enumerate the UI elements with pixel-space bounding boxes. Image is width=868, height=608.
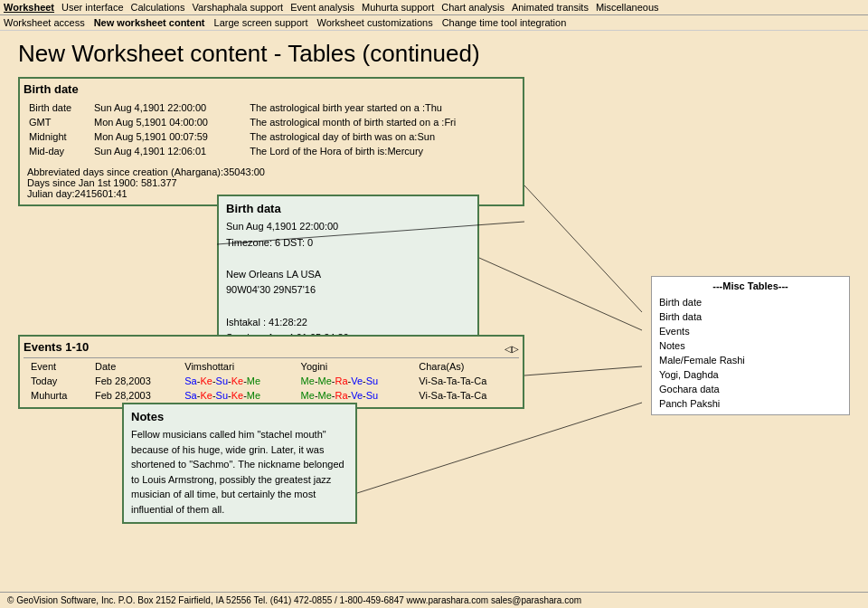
menu-item-worksheet[interactable]: Worksheet — [4, 2, 54, 13]
footer: © GeoVision Software, Inc. P.O. Box 2152… — [0, 592, 868, 608]
svg-line-3 — [357, 403, 642, 493]
bd-label-3: Midnight — [25, 130, 89, 143]
events-header-event: Event — [25, 360, 88, 373]
table-row: Today Feb 28,2003 Sa-Ke-Su-Ke-Me Me-Me-R… — [25, 375, 517, 387]
menu-item-calculations[interactable]: Calculations — [131, 2, 185, 13]
table-row: Mid-day Sun Aug 4,1901 12:06:01 The Lord… — [25, 145, 517, 157]
birth-date-title: Birth date — [24, 82, 519, 96]
svg-line-1 — [479, 258, 642, 330]
misc-item-gochara[interactable]: Gochara data — [659, 382, 842, 396]
bd-label-1: Birth date — [25, 101, 89, 114]
misc-tables-box: ---Misc Tables--- Birth date Birth data … — [651, 276, 850, 415]
events-table: Event Date Vimshottari Yogini Chara(As) … — [24, 357, 519, 404]
event-col4-2: Me-Me-Ra-Ve-Su — [296, 389, 412, 402]
misc-item-events[interactable]: Events — [659, 324, 842, 338]
events-title: Events 1-10 — [24, 340, 89, 354]
events-box: Events 1-10 ◁▷ Event Date Vimshottari Yo… — [18, 335, 524, 409]
notes-title: Notes — [131, 410, 348, 423]
bd-label-4: Mid-day — [25, 145, 89, 157]
birth-data-line-1: Sun Aug 4,1901 22:00:00 — [226, 219, 470, 235]
sub-menu-customizations[interactable]: Worksheet customizations — [316, 17, 432, 28]
event-col2-1: Feb 28,2003 — [90, 375, 177, 387]
birth-data-line-4: New Orleans LA USA — [226, 267, 470, 283]
event-col4-1: Me-Me-Ra-Ve-Su — [296, 375, 412, 387]
events-header-vimshottari: Vimshottari — [179, 360, 293, 373]
menu-item-chart[interactable]: Chart analysis — [441, 2, 505, 13]
misc-item-yogi[interactable]: Yogi, Daghda — [659, 367, 842, 382]
birth-data-line-3 — [226, 251, 470, 267]
event-col3-2: Sa-Ke-Su-Ke-Me — [179, 389, 293, 402]
table-row: Birth date Sun Aug 4,1901 22:00:00 The a… — [25, 101, 517, 114]
sub-menu-worksheet-access[interactable]: Worksheet access — [4, 17, 85, 28]
table-row: Midnight Mon Aug 5,1901 00:07:59 The ast… — [25, 130, 517, 143]
bd-desc-4: The Lord of the Hora of birth is:Mercury — [246, 145, 517, 157]
birth-data-title: Birth data — [226, 202, 470, 215]
misc-item-panch[interactable]: Panch Pakshi — [659, 396, 842, 411]
bd-val-3: Mon Aug 5,1901 00:07:59 — [90, 130, 244, 143]
bd-desc-3: The astrological day of birth was on a:S… — [246, 130, 517, 143]
menu-item-animated[interactable]: Animated transits — [512, 2, 589, 13]
events-header-row: Event Date Vimshottari Yogini Chara(As) — [25, 360, 517, 373]
event-col5-2: Vi-Sa-Ta-Ta-Ca — [413, 389, 517, 402]
misc-item-birthdata[interactable]: Birth data — [659, 309, 842, 324]
notes-text: Fellow musicians called him "stachel mou… — [131, 427, 348, 517]
menu-item-misc[interactable]: Miscellaneous — [596, 2, 659, 13]
ahargana-line: Abbreviated days since creation (Ahargan… — [27, 166, 515, 177]
bd-label-2: GMT — [25, 116, 89, 128]
misc-title: ---Misc Tables--- — [659, 280, 842, 291]
event-col1-2: Muhurta — [25, 389, 88, 402]
bd-val-2: Mon Aug 5,1901 04:00:00 — [90, 116, 244, 128]
misc-item-malefemale[interactable]: Male/Female Rashi — [659, 353, 842, 367]
event-col2-2: Feb 28,2003 — [90, 389, 177, 402]
svg-line-4 — [524, 185, 642, 312]
bd-desc-2: The astrological month of birth started … — [246, 116, 517, 128]
sub-menu-new-content[interactable]: New worksheet content — [94, 17, 205, 28]
event-col1-1: Today — [25, 375, 88, 387]
bd-val-4: Sun Aug 4,1901 12:06:01 — [90, 145, 244, 157]
sub-menu-bar: Worksheet access New worksheet content L… — [0, 15, 868, 31]
birth-data-line-2: Timezone: 6 DST: 0 — [226, 235, 470, 252]
sub-menu-change-time[interactable]: Change time tool integration — [442, 17, 567, 28]
svg-line-2 — [524, 366, 642, 375]
table-row: Muhurta Feb 28,2003 Sa-Ke-Su-Ke-Me Me-Me… — [25, 389, 517, 402]
menu-item-event-analysis[interactable]: Event analysis — [290, 2, 354, 13]
menu-item-varshaphala[interactable]: Varshaphala support — [192, 2, 283, 13]
footer-text: © GeoVision Software, Inc. P.O. Box 2152… — [7, 595, 581, 605]
sub-menu-large-screen[interactable]: Large screen support — [214, 17, 308, 28]
birth-date-box: Birth date Birth date Sun Aug 4,1901 22:… — [18, 77, 524, 206]
events-header-chara: Chara(As) — [413, 360, 517, 373]
table-row: GMT Mon Aug 5,1901 04:00:00 The astrolog… — [25, 116, 517, 128]
events-scroll[interactable]: ◁▷ — [505, 344, 519, 354]
birth-data-line-7: Ishtakal : 41:28:22 — [226, 315, 470, 331]
top-menu-bar: Worksheet User interface Calculations Va… — [0, 0, 868, 15]
birth-data-line-6 — [226, 299, 470, 315]
days-since-line: Days since Jan 1st 1900: 581.377 — [27, 177, 515, 188]
birth-data-line-5: 90W04'30 29N57'16 — [226, 282, 470, 299]
events-header-date: Date — [90, 360, 177, 373]
birth-date-table: Birth date Sun Aug 4,1901 22:00:00 The a… — [24, 100, 519, 159]
misc-item-notes[interactable]: Notes — [659, 338, 842, 353]
bd-val-1: Sun Aug 4,1901 22:00:00 — [90, 101, 244, 114]
notes-box: Notes Fellow musicians called him "stach… — [122, 403, 357, 524]
misc-item-birthdate[interactable]: Birth date — [659, 295, 842, 309]
birth-data-box: Birth data Sun Aug 4,1901 22:00:00 Timez… — [217, 195, 479, 354]
event-col5-1: Vi-Sa-Ta-Ta-Ca — [413, 375, 517, 387]
bd-desc-1: The astrological birth year started on a… — [246, 101, 517, 114]
events-header-yogini: Yogini — [296, 360, 412, 373]
main-content: Birth date Birth date Sun Aug 4,1901 22:… — [18, 77, 850, 602]
page-title: New Worksheet content - Tables (continue… — [18, 40, 850, 68]
menu-item-muhurta[interactable]: Muhurta support — [362, 2, 434, 13]
event-col3-1: Sa-Ke-Su-Ke-Me — [179, 375, 293, 387]
menu-item-ui[interactable]: User interface — [61, 2, 123, 13]
